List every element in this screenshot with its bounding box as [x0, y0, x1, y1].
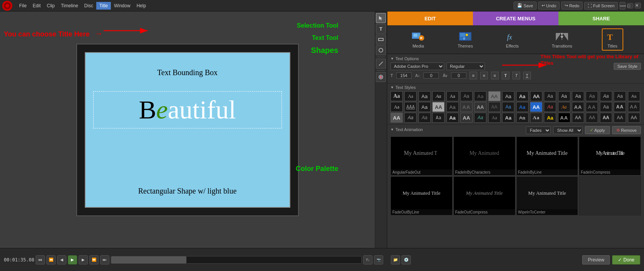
underline-btn[interactable]: T: [523, 72, 531, 79]
style-item[interactable]: Aa: [516, 102, 529, 112]
menu-clip[interactable]: Clip: [44, 2, 58, 10]
style-item[interactable]: AA: [628, 113, 640, 123]
menu-disc[interactable]: Disc: [81, 2, 96, 10]
style-item[interactable]: Aa: [418, 91, 431, 101]
text-tool-btn[interactable]: T: [376, 24, 386, 34]
disc-icon-button[interactable]: 💿: [402, 255, 411, 264]
style-item[interactable]: Aa: [558, 91, 570, 101]
shapes-tool-btn[interactable]: [376, 34, 386, 44]
step-forward-button[interactable]: ⏩: [89, 255, 99, 264]
style-item[interactable]: AA: [460, 113, 473, 123]
style-item[interactable]: Aa: [628, 91, 640, 101]
style-item[interactable]: Aa: [572, 91, 584, 101]
anim-item-fade-in-by-line[interactable]: My Animated Title FadeInByLine: [516, 136, 578, 176]
mark-in-button[interactable]: T↓: [363, 255, 372, 264]
menu-edit[interactable]: Edit: [30, 2, 44, 10]
style-item[interactable]: Aa: [558, 102, 570, 112]
style-item[interactable]: Aa: [600, 102, 612, 112]
font-size-input[interactable]: [396, 72, 412, 79]
style-item[interactable]: AA: [572, 113, 584, 123]
menu-help[interactable]: Help: [133, 2, 149, 10]
go-end-button[interactable]: ⏭: [100, 255, 109, 264]
close-button[interactable]: ✕: [635, 3, 641, 8]
menu-title[interactable]: Title: [96, 2, 111, 10]
selection-tool-btn[interactable]: [376, 13, 386, 23]
style-item[interactable]: Aa: [404, 113, 417, 123]
style-item[interactable]: Aa: [544, 113, 556, 123]
tab-create-menus[interactable]: CREATE MENUS: [473, 11, 558, 25]
style-item[interactable]: Aa: [614, 91, 626, 101]
style-item[interactable]: AA: [530, 102, 542, 112]
tab-share[interactable]: SHARE: [558, 11, 644, 25]
style-item[interactable]: AA: [488, 102, 501, 112]
tool-themes[interactable]: Themes: [455, 29, 476, 50]
apply-button[interactable]: ✓ Apply: [585, 126, 610, 134]
style-item[interactable]: AA: [628, 102, 640, 112]
kern-input[interactable]: [423, 72, 439, 79]
style-item[interactable]: AA: [586, 113, 598, 123]
style-item[interactable]: Aa: [516, 91, 529, 101]
style-item[interactable]: AA: [614, 102, 626, 112]
style-item[interactable]: Aa: [600, 91, 612, 101]
color-tool-btn[interactable]: [376, 72, 386, 82]
bold-btn[interactable]: T: [502, 72, 509, 79]
done-button[interactable]: ✓ Done: [612, 255, 640, 264]
italic-btn[interactable]: T: [512, 72, 520, 79]
style-item[interactable]: Aa: [432, 113, 445, 123]
undo-button[interactable]: ↩ Undo: [538, 2, 560, 10]
style-item[interactable]: Aa: [446, 102, 459, 112]
style-item[interactable]: Aa: [488, 113, 501, 123]
style-item[interactable]: AA: [572, 102, 584, 112]
anim-item-fade-in-by-characters[interactable]: My Animated FadeInByCharacters: [453, 136, 516, 176]
style-item[interactable]: Aa: [446, 113, 459, 123]
frame-forward-button[interactable]: ▶: [79, 255, 88, 264]
anim-item-fade-in-compress[interactable]: My Animated Title FadeInCompress: [579, 136, 641, 176]
style-item[interactable]: Aa: [474, 113, 486, 123]
align-right-btn[interactable]: ≡: [491, 72, 499, 79]
font-select[interactable]: Adobe Caslon Pro: [390, 62, 444, 70]
tool-transitions[interactable]: Transitions: [548, 29, 575, 50]
style-item[interactable]: Aa: [544, 102, 556, 112]
step-back-button[interactable]: ⏪: [46, 255, 56, 264]
folder-icon-button[interactable]: 📁: [391, 255, 400, 264]
menu-window[interactable]: Window: [111, 2, 133, 10]
redo-button[interactable]: ↪ Redo: [561, 2, 583, 10]
style-item[interactable]: AA: [390, 113, 403, 123]
timeline-bar[interactable]: [111, 256, 362, 264]
go-start-button[interactable]: ⏮: [36, 255, 45, 264]
tab-edit[interactable]: EDIT: [387, 11, 473, 25]
style-item[interactable]: Aa: [586, 91, 598, 101]
align-left-btn[interactable]: ≡: [469, 72, 477, 79]
style-item[interactable]: Aa: [544, 91, 556, 101]
style-item[interactable]: AA: [586, 102, 598, 112]
line-tool-btn[interactable]: [376, 59, 386, 69]
style-item[interactable]: Aa: [502, 102, 514, 112]
menu-file[interactable]: File: [16, 2, 30, 10]
style-item[interactable]: Aa: [530, 113, 542, 123]
style-item[interactable]: AA: [474, 102, 486, 112]
style-item[interactable]: Aa: [516, 113, 529, 123]
play-button[interactable]: ▶: [68, 255, 77, 264]
style-item[interactable]: AA: [614, 113, 626, 123]
minimize-button[interactable]: —: [619, 2, 626, 10]
maximize-button[interactable]: □: [627, 3, 633, 8]
style-item[interactable]: ĀĀĀ: [404, 102, 417, 112]
tool-effects[interactable]: fx Effects: [502, 29, 522, 50]
anim-item-fade-out-by-line[interactable]: My Animated Title FadeOutByLine: [390, 176, 453, 215]
tool-titles[interactable]: T Titles: [602, 28, 623, 51]
preview-button[interactable]: Preview: [582, 255, 610, 264]
fullscreen-button[interactable]: ⛶ Full Screen: [584, 2, 618, 10]
style-item[interactable]: AA: [488, 91, 501, 101]
anim-item-wipe-in-to-center[interactable]: My Animated Title WipeInToCenter: [516, 176, 578, 215]
style-item[interactable]: Aa: [502, 91, 514, 101]
frame-back-button[interactable]: ◀: [57, 255, 66, 264]
remove-button[interactable]: ⊗ Remove: [612, 126, 641, 134]
style-item[interactable]: Aa: [432, 91, 445, 101]
style-item[interactable]: Aa: [418, 102, 431, 112]
style-item[interactable]: Aa: [502, 113, 514, 123]
anim-item-fade-out-compress[interactable]: My Animated Title FadeOutCompress: [453, 176, 516, 215]
style-item[interactable]: AA: [600, 113, 612, 123]
anim-item-angular-fade-out[interactable]: My Animated T AngularFadeOut: [390, 136, 453, 176]
style-item[interactable]: AA: [460, 102, 473, 112]
style-item[interactable]: Aa: [474, 91, 486, 101]
